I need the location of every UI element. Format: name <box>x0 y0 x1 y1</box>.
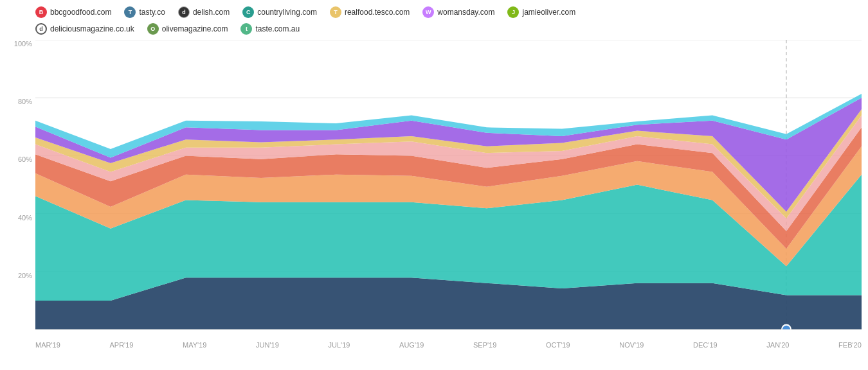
y-label-80: 80% <box>6 98 32 105</box>
chart-legend: B bbcgoodfood.com T tasty.co d delish.co… <box>35 6 862 35</box>
y-axis: 100% 80% 60% 40% 20% <box>6 40 32 330</box>
legend-icon-tasty: T <box>124 6 136 18</box>
x-axis: MAR'19 APR'19 MAY'19 JUN'19 JUL'19 AUG'1… <box>35 341 862 349</box>
legend-label-tastecomau: taste.com.au <box>255 24 300 33</box>
legend-icon-countryliving: C <box>242 6 254 18</box>
legend-item-tastecomau[interactable]: t taste.com.au <box>240 23 300 35</box>
tooltip-dot[interactable] <box>782 325 791 330</box>
x-label-jul19: JUL'19 <box>329 341 350 349</box>
legend-item-delish[interactable]: d delish.com <box>178 6 230 18</box>
y-label-100: 100% <box>6 40 32 48</box>
legend-icon-deliciousmagazine: d <box>35 23 47 35</box>
area-chart-svg <box>35 40 862 330</box>
legend-icon-olivemagazine: O <box>147 23 159 35</box>
legend-item-bbcgoodfood[interactable]: B bbcgoodfood.com <box>35 6 111 18</box>
legend-item-countryliving[interactable]: C countryliving.com <box>242 6 317 18</box>
y-label-60: 60% <box>6 155 32 163</box>
legend-item-tasty[interactable]: T tasty.co <box>124 6 165 18</box>
legend-item-jamieoliver[interactable]: J jamieoliver.com <box>507 6 575 18</box>
y-label-40: 40% <box>6 214 32 222</box>
legend-icon-realfoodtesco: T <box>330 6 341 18</box>
legend-item-realfoodtesco[interactable]: T realfood.tesco.com <box>330 6 410 18</box>
legend-icon-delish: d <box>178 6 190 18</box>
x-label-may19: MAY'19 <box>183 341 206 349</box>
x-label-feb20: FEB'20 <box>838 341 862 349</box>
chart-area: 100% 80% 60% 40% 20% <box>35 40 862 330</box>
legend-label-realfoodtesco: realfood.tesco.com <box>345 8 410 17</box>
x-label-aug19: AUG'19 <box>399 341 424 349</box>
legend-icon-bbcgoodfood: B <box>35 6 47 18</box>
x-label-mar19: MAR'19 <box>35 341 60 349</box>
legend-icon-tastecomau: t <box>240 23 252 35</box>
legend-label-tasty: tasty.co <box>139 8 165 17</box>
x-label-dec19: DEC'19 <box>693 341 718 349</box>
legend-label-deliciousmagazine: deliciousmagazine.co.uk <box>50 24 134 33</box>
x-label-apr19: APR'19 <box>109 341 133 349</box>
legend-icon-womansday: W <box>422 6 434 18</box>
legend-icon-jamieoliver: J <box>507 6 519 18</box>
x-label-sep19: SEP'19 <box>473 341 496 349</box>
y-label-20: 20% <box>6 272 32 279</box>
x-label-jun19: JUN'19 <box>256 341 279 349</box>
legend-label-delish: delish.com <box>193 8 230 17</box>
chart-container: B bbcgoodfood.com T tasty.co d delish.co… <box>0 0 868 370</box>
legend-label-jamieoliver: jamieoliver.com <box>522 8 575 17</box>
x-label-oct19: OCT'19 <box>546 341 570 349</box>
legend-label-olivemagazine: olivemagazine.com <box>162 24 228 33</box>
legend-item-womansday[interactable]: W womansday.com <box>422 6 494 18</box>
legend-label-womansday: womansday.com <box>437 8 494 17</box>
x-label-jan20: JAN'20 <box>766 341 789 349</box>
x-label-nov19: NOV'19 <box>619 341 644 349</box>
legend-item-deliciousmagazine[interactable]: d deliciousmagazine.co.uk <box>35 23 134 35</box>
legend-label-bbcgoodfood: bbcgoodfood.com <box>50 8 111 17</box>
legend-label-countryliving: countryliving.com <box>257 8 317 17</box>
legend-item-olivemagazine[interactable]: O olivemagazine.com <box>147 23 228 35</box>
